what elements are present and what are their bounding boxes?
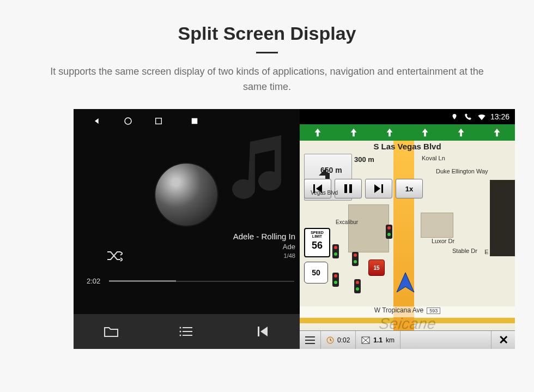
next-turn-distance: 300 m [354, 155, 374, 164]
music-note-icon [219, 132, 301, 214]
track-artist: Ade [233, 243, 295, 251]
svg-point-4 [180, 331, 181, 333]
speed-limit-sign: SPEED LIMIT 56 [304, 228, 330, 257]
progress-bar[interactable] [109, 281, 294, 282]
device-screenshot: Adele - Rolling In Ade 1/48 2:02 13:26 [74, 109, 515, 349]
svg-rect-6 [344, 184, 347, 193]
folder-icon[interactable] [104, 324, 119, 339]
music-bottom-bar [74, 314, 300, 349]
wifi-icon [477, 113, 485, 120]
map-highlighted-route [393, 124, 414, 330]
map-building [421, 213, 453, 238]
map-label: Stable Dr [452, 248, 477, 254]
phone-icon [464, 113, 472, 120]
map-label: Excalibur [336, 219, 358, 225]
map-label: E Reno Av [484, 249, 513, 255]
following-turn-distance: 650 m [320, 166, 342, 174]
lane-arrow-icon [420, 128, 430, 137]
status-clock: 13:26 [490, 112, 509, 121]
lane-arrow-icon [456, 128, 466, 137]
recents-icon[interactable] [153, 116, 164, 126]
location-pin-icon [451, 113, 459, 120]
sim-pause-button[interactable] [335, 179, 362, 198]
track-info: Adele - Rolling In Ade 1/48 [233, 232, 295, 259]
svg-point-0 [125, 118, 131, 124]
gallery-icon[interactable] [189, 116, 200, 126]
track-count: 1/48 [233, 252, 295, 259]
eta-time: 0:02 [321, 331, 356, 349]
close-button[interactable]: ✕ [491, 331, 515, 349]
progress-row: 2:02 [87, 277, 294, 285]
map-label: Duke Ellington Way [436, 168, 488, 174]
back-icon[interactable] [92, 116, 103, 126]
map-label: Vegas Blvd [311, 190, 338, 196]
music-pane: Adele - Rolling In Ade 1/48 2:02 [74, 109, 300, 349]
shuffle-icon[interactable] [106, 250, 123, 264]
map-label: Koval Ln [422, 155, 445, 161]
traffic-light-icon [352, 252, 359, 266]
lane-guidance-bar [300, 124, 515, 141]
lane-arrow-icon [492, 128, 502, 137]
svg-rect-1 [156, 118, 162, 124]
traffic-light-icon [354, 279, 361, 293]
album-art[interactable] [155, 164, 217, 226]
map-label: Luxor Dr [432, 238, 454, 244]
nav-bottom-dashboard: 0:02 1.1km ✕ [300, 330, 515, 349]
traffic-light-icon [386, 225, 392, 239]
svg-rect-7 [349, 184, 352, 193]
page-subtitle: It supports the same screen display of t… [0, 53, 534, 95]
route-shield: 50 [304, 262, 328, 284]
position-arrow-icon [392, 270, 418, 297]
traffic-light-icon [332, 244, 339, 258]
svg-point-5 [180, 335, 181, 336]
track-title: Adele - Rolling In [233, 232, 295, 241]
previous-track-icon[interactable] [254, 324, 270, 339]
map-label: iles St [496, 186, 513, 193]
sim-next-button[interactable] [365, 179, 392, 198]
android-status-bar: 13:26 [300, 109, 515, 124]
current-street-label: S Las Vegas Blvd [300, 142, 515, 151]
home-icon[interactable] [123, 116, 134, 126]
lane-arrow-icon [349, 128, 359, 137]
menu-button[interactable] [300, 331, 321, 349]
sim-speed-button[interactable]: 1x [396, 179, 423, 198]
svg-rect-2 [192, 118, 198, 124]
lane-arrow-icon [313, 128, 323, 137]
upcoming-street-label: W Tropicana Ave593 [300, 306, 515, 317]
traffic-light-icon [332, 273, 339, 287]
playlist-icon[interactable] [179, 324, 194, 339]
map-building [348, 204, 389, 252]
interstate-shield: 15 [368, 260, 385, 276]
elapsed-time: 2:02 [87, 277, 100, 285]
svg-point-3 [180, 327, 181, 329]
page-title: Split Screen Display [0, 0, 534, 44]
lane-arrow-icon [385, 128, 395, 137]
navigation-pane: 13:26 S Las Vegas Blvd 300 m 650 m 1x SP… [300, 109, 515, 349]
android-system-nav [74, 109, 300, 126]
remaining-distance: 1.1km [356, 331, 400, 349]
